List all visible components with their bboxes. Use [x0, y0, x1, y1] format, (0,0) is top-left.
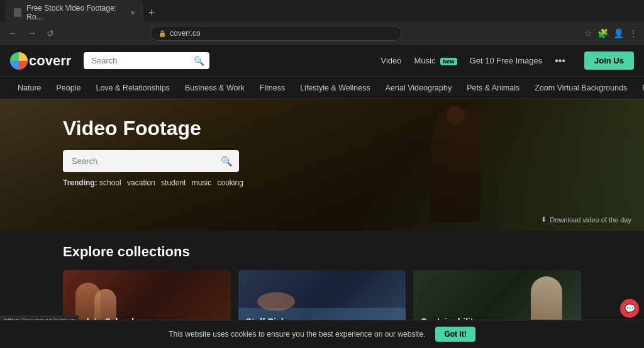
- header-search-button[interactable]: 🔍: [194, 56, 204, 66]
- address-bar[interactable]: 🔒 coverr.co: [150, 26, 402, 41]
- tab-favicon: [14, 8, 21, 17]
- trending-music[interactable]: music: [192, 178, 211, 187]
- more-options-icon[interactable]: ⋮: [629, 28, 638, 38]
- hero-search-wrapper: 🔍: [63, 150, 239, 172]
- active-tab[interactable]: Free Stock Video Footage: Ro... ×: [5, 0, 143, 25]
- cat-aerial[interactable]: Aerial Videography: [378, 77, 459, 99]
- browser-actions: ☆ 🧩 👤 ⋮: [584, 28, 638, 38]
- cat-pets[interactable]: Pets & Animals: [459, 77, 527, 99]
- url-text: coverr.co: [170, 29, 201, 38]
- back-button[interactable]: ←: [6, 26, 20, 41]
- hero-title: Video Footage: [63, 117, 247, 140]
- extension-icon[interactable]: 🧩: [597, 28, 608, 38]
- nav-more-button[interactable]: •••: [555, 55, 565, 67]
- nav-links: Video Music New Get 10 Free Images ••• J…: [380, 52, 634, 70]
- music-new-badge: New: [440, 58, 457, 65]
- hero-search-icon[interactable]: 🔍: [221, 156, 233, 167]
- trending-section: Trending: school vacation student music …: [63, 178, 247, 187]
- download-video-day[interactable]: ⬇ Download video of the day: [541, 215, 631, 224]
- nav-free-images-link[interactable]: Get 10 Free Images: [470, 56, 543, 65]
- site-wrapper: coverr 🔍 Video Music New Get 10 Free Ima…: [0, 45, 644, 348]
- trending-student[interactable]: student: [161, 178, 186, 187]
- cat-zoom[interactable]: Zoom Virtual Backgrounds: [527, 77, 635, 99]
- lock-icon: 🔒: [158, 30, 166, 37]
- chat-bubble-button[interactable]: 💬: [620, 299, 639, 318]
- cat-food[interactable]: Food & Drink: [635, 77, 644, 99]
- profile-icon[interactable]: 👤: [613, 28, 624, 38]
- category-nav: Nature People Love & Relationships Busin…: [0, 77, 644, 99]
- download-text: Download video of the day: [550, 216, 631, 224]
- cat-fitness[interactable]: Fitness: [252, 77, 292, 99]
- cat-business[interactable]: Business & Work: [177, 77, 252, 99]
- cat-lifestyle[interactable]: Lifestyle & Wellness: [292, 77, 378, 99]
- hero-content: Video Footage 🔍 Trending: school vacatio…: [63, 117, 247, 187]
- logo[interactable]: coverr: [10, 52, 71, 70]
- refresh-button[interactable]: ↺: [44, 26, 57, 41]
- hero-section: Video Footage 🔍 Trending: school vacatio…: [0, 99, 644, 231]
- forward-button[interactable]: →: [25, 26, 39, 41]
- nav-music-link[interactable]: Music New: [414, 56, 457, 65]
- cookie-text: This website uses cookies to ensure you …: [169, 330, 425, 339]
- header-search-wrapper: 🔍: [84, 52, 209, 69]
- header-search-input[interactable]: [84, 52, 209, 69]
- new-tab-button[interactable]: +: [143, 6, 160, 19]
- cookie-accept-button[interactable]: Got it!: [435, 327, 475, 342]
- cat-nature[interactable]: Nature: [10, 77, 49, 99]
- trending-school[interactable]: school: [99, 178, 121, 187]
- trending-cooking[interactable]: cooking: [218, 178, 243, 187]
- top-nav: coverr 🔍 Video Music New Get 10 Free Ima…: [0, 45, 644, 77]
- cat-love[interactable]: Love & Relationships: [88, 77, 177, 99]
- close-tab-button[interactable]: ×: [131, 9, 135, 16]
- bookmark-icon[interactable]: ☆: [584, 28, 592, 38]
- trending-vacation[interactable]: vacation: [127, 178, 155, 187]
- nav-video-link[interactable]: Video: [380, 56, 401, 65]
- download-icon: ⬇: [541, 215, 547, 224]
- tab-title: Free Stock Video Footage: Ro...: [26, 4, 121, 21]
- trending-label: Trending:: [63, 178, 97, 187]
- join-button[interactable]: Join Us: [584, 52, 634, 70]
- hero-search-input[interactable]: [63, 150, 239, 172]
- tab-bar: Free Stock Video Footage: Ro... × +: [0, 0, 644, 21]
- cookie-banner: This website uses cookies to ensure you …: [0, 320, 644, 348]
- cat-people[interactable]: People: [49, 77, 89, 99]
- collections-title: Explore collections: [63, 244, 581, 260]
- hero-image: [367, 99, 543, 231]
- logo-icon: [10, 52, 28, 70]
- logo-text: coverr: [29, 53, 71, 69]
